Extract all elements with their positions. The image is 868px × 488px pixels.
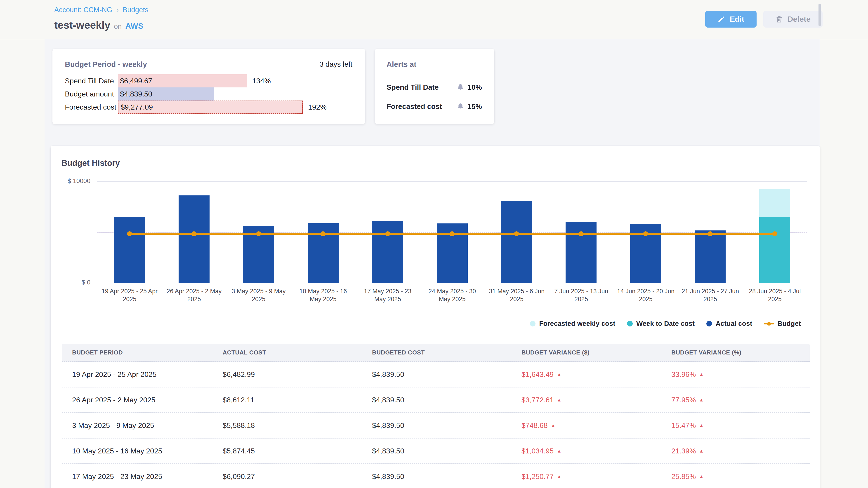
alert-threshold: 10%	[467, 83, 482, 92]
delete-button[interactable]: Delete	[763, 11, 823, 28]
budget-line-marker[interactable]	[708, 231, 713, 236]
cell-actual-cost: $5,588.18	[223, 421, 372, 430]
budget-line-marker[interactable]	[256, 231, 261, 236]
metric-bar: $6,499.67	[118, 74, 247, 88]
budget-period-rows: Spend Till Date$6,499.67134%Budget amoun…	[53, 74, 365, 113]
cell-budget-period: 10 May 2025 - 16 May 2025	[72, 447, 223, 455]
legend-label: Actual cost	[716, 320, 752, 327]
edit-button-label: Edit	[730, 15, 744, 24]
actual-cost-bar[interactable]	[372, 221, 403, 283]
budget-history-card: Budget History $ 10000$ 019 Apr 2025 - 2…	[51, 146, 820, 488]
budget-line-marker[interactable]	[514, 231, 519, 236]
metric-label: Spend Till Date	[53, 77, 118, 85]
budget-line-marker[interactable]	[385, 231, 390, 236]
metric-value: $6,499.67	[118, 77, 152, 85]
alerts-title: Alerts at	[386, 60, 416, 69]
legend-label: Forecasted weekly cost	[539, 320, 615, 327]
cell-budget-period: 26 Apr 2025 - 2 May 2025	[72, 396, 223, 404]
cell-actual-cost: $6,482.99	[223, 370, 372, 379]
budget-line-marker[interactable]	[450, 231, 455, 236]
legend-item-forecasted-weekly-cost[interactable]: Forecasted weekly cost	[530, 320, 615, 327]
week-to-date-bar[interactable]	[759, 217, 790, 283]
legend-item-budget[interactable]: Budget	[764, 320, 801, 327]
budget-line-marker[interactable]	[643, 231, 648, 236]
legend-line-dot-icon	[764, 321, 774, 326]
breadcrumb-budgets-link[interactable]: Budgets	[123, 6, 149, 14]
table-row[interactable]: 26 Apr 2025 - 2 May 2025$8,612.11$4,839.…	[62, 387, 810, 413]
budget-line-marker[interactable]	[772, 231, 777, 236]
metric-percent: 192%	[308, 103, 327, 111]
metric-percent: 134%	[252, 77, 271, 85]
cell-variance-usd: $1,643.49▲	[522, 370, 671, 379]
trash-icon	[775, 15, 783, 23]
forecasted-cost-bar[interactable]	[759, 189, 790, 217]
up-arrow-icon: ▲	[699, 423, 704, 428]
table-column-header: BUDGET VARIANCE ($)	[522, 349, 671, 356]
breadcrumb-separator-icon: ›	[116, 6, 119, 14]
title-row: test-weekly on AWS	[54, 19, 143, 31]
bell-icon	[457, 84, 464, 91]
alert-row: Spend Till Date10%	[386, 83, 482, 92]
alert-metric-label: Spend Till Date	[386, 83, 439, 92]
cell-actual-cost: $6,090.27	[223, 473, 372, 481]
page-title: test-weekly	[54, 19, 110, 31]
table-header-row: BUDGET PERIODACTUAL COSTBUDGETED COSTBUD…	[62, 344, 810, 362]
actual-cost-bar[interactable]	[501, 201, 532, 283]
table-column-header: BUDGET VARIANCE (%)	[671, 349, 810, 356]
breadcrumb: Account: CCM-NG › Budgets	[54, 6, 148, 14]
cell-variance-pct: 25.85%▲	[671, 473, 810, 481]
up-arrow-icon: ▲	[551, 423, 556, 428]
table-row[interactable]: 10 May 2025 - 16 May 2025$5,874.45$4,839…	[62, 438, 810, 464]
budget-line-marker[interactable]	[579, 231, 584, 236]
metric-label: Forecasted cost	[53, 103, 118, 111]
cell-variance-pct: 77.95%▲	[671, 396, 810, 404]
alerts-card: Alerts at Spend Till Date10%Forecasted c…	[375, 49, 494, 124]
budget-period-row: Forecasted cost$9,277.09192%	[53, 101, 365, 113]
table-row[interactable]: 19 Apr 2025 - 25 Apr 2025$6,482.99$4,839…	[62, 362, 810, 387]
actual-cost-bar[interactable]	[565, 222, 596, 283]
up-arrow-icon: ▲	[699, 448, 704, 454]
edit-button[interactable]: Edit	[705, 11, 756, 28]
cell-variance-usd: $1,250.77▲	[522, 473, 671, 481]
cell-variance-usd: $3,772.61▲	[522, 396, 671, 404]
table-column-header: BUDGET PERIOD	[72, 349, 223, 356]
y-axis-tick: $ 0	[52, 279, 90, 286]
up-arrow-icon: ▲	[699, 397, 704, 402]
up-arrow-icon: ▲	[557, 372, 561, 377]
cell-budgeted-cost: $4,839.50	[372, 421, 522, 430]
vertical-scrollbar[interactable]	[818, 4, 821, 26]
cell-budgeted-cost: $4,839.50	[372, 370, 522, 379]
cell-actual-cost: $8,612.11	[223, 396, 372, 404]
budget-line-marker[interactable]	[127, 231, 132, 236]
table-row[interactable]: 17 May 2025 - 23 May 2025$6,090.27$4,839…	[62, 464, 810, 488]
budget-line-marker[interactable]	[191, 231, 196, 236]
budget-line-marker[interactable]	[320, 231, 326, 236]
budget-history-chart[interactable]: $ 10000$ 019 Apr 2025 - 25 Apr 202526 Ap…	[97, 182, 807, 283]
actual-cost-bar[interactable]	[694, 230, 725, 283]
x-axis-tick: 21 Jun 2025 - 27 Jun 2025	[682, 287, 739, 303]
x-axis-tick: 17 May 2025 - 23 May 2025	[359, 287, 416, 303]
cell-budgeted-cost: $4,839.50	[372, 473, 522, 481]
table-row[interactable]: 3 May 2025 - 9 May 2025$5,588.18$4,839.5…	[62, 413, 810, 438]
cell-budgeted-cost: $4,839.50	[372, 396, 522, 404]
budget-period-card: Budget Period - weekly 3 days left Spend…	[53, 49, 365, 124]
legend-item-week-to-date-cost[interactable]: Week to Date cost	[627, 320, 694, 327]
x-axis-tick: 10 May 2025 - 16 May 2025	[294, 287, 352, 303]
legend-dot-icon	[627, 321, 633, 326]
table-column-header: ACTUAL COST	[223, 349, 372, 356]
metric-label: Budget amount	[53, 90, 118, 98]
legend-item-actual-cost[interactable]: Actual cost	[706, 320, 752, 327]
actual-cost-bar[interactable]	[114, 217, 145, 283]
up-arrow-icon: ▲	[699, 474, 704, 479]
cell-variance-pct: 15.47%▲	[671, 421, 810, 430]
x-axis-tick: 14 Jun 2025 - 20 Jun 2025	[617, 287, 675, 303]
x-axis-tick: 24 May 2025 - 30 May 2025	[423, 287, 481, 303]
metric-bar: $4,839.50	[118, 88, 214, 101]
x-axis-tick: 7 Jun 2025 - 13 Jun 2025	[553, 287, 610, 303]
pencil-icon	[717, 15, 725, 23]
x-axis-tick: 31 May 2025 - 6 Jun 2025	[488, 287, 546, 303]
metric-value: $4,839.50	[118, 90, 152, 98]
breadcrumb-account-link[interactable]: Account: CCM-NG	[54, 6, 112, 14]
cell-actual-cost: $5,874.45	[223, 447, 372, 455]
actual-cost-bar[interactable]	[179, 195, 210, 283]
